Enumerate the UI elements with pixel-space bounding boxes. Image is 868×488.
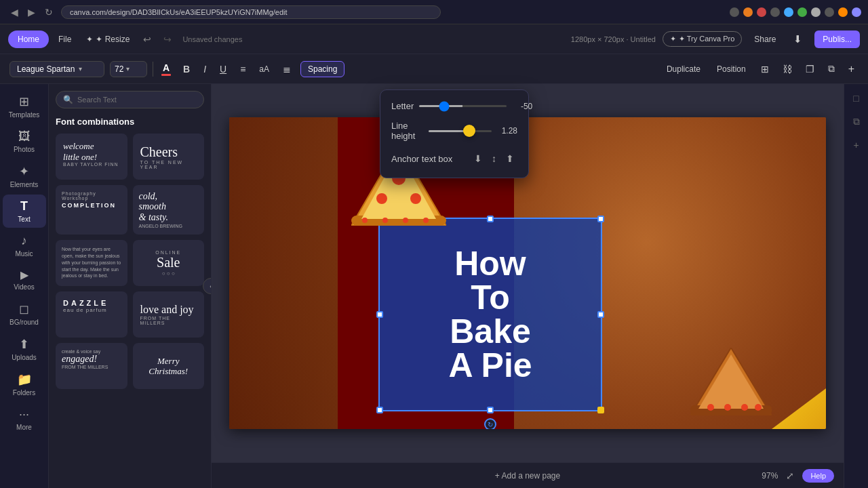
font-combo-engaged[interactable]: create & voice say engaged! FROM THE MIL… xyxy=(56,343,127,389)
download-button[interactable]: ⬇ xyxy=(788,30,808,49)
svg-point-4 xyxy=(376,193,387,204)
bold-button[interactable]: B xyxy=(179,61,194,77)
panel-title: Font combinations xyxy=(56,117,204,127)
right-panel-btn-2[interactable]: ⧉ xyxy=(850,113,863,131)
try-pro-button[interactable]: ✦ ✦ Try Canva Pro xyxy=(663,31,742,47)
font-combo-lovejoy[interactable]: love and joy FROM THE MILLERS xyxy=(133,291,205,338)
sidebar-item-more[interactable]: ··· More xyxy=(3,403,46,436)
undo-button[interactable]: ↩ xyxy=(139,31,155,47)
unsaved-indicator: Unsaved changes xyxy=(182,35,242,43)
redo-button[interactable]: ↪ xyxy=(159,31,176,47)
handle-top-right[interactable] xyxy=(597,216,604,222)
handle-middle-right[interactable] xyxy=(597,311,604,318)
more-options-btn[interactable]: + xyxy=(844,60,859,78)
font-combo-sale[interactable]: ONLINE Sale ○ ○ ○ xyxy=(133,240,205,286)
text-icon: T xyxy=(20,199,28,214)
elements-icon: ✦ xyxy=(19,164,29,179)
sidebar-item-templates[interactable]: ⊞ Templates xyxy=(3,89,46,123)
font-combo-cold[interactable]: cold,smooth& tasty. ANGELO BREWING xyxy=(133,185,205,235)
link-btn[interactable]: ⛓ xyxy=(778,61,796,77)
list-button[interactable]: ≣ xyxy=(279,61,295,77)
add-page-button[interactable]: + Add a new page xyxy=(495,471,560,481)
case-button[interactable]: aA xyxy=(255,62,273,77)
spacing-button[interactable]: Spacing xyxy=(300,61,344,77)
search-input[interactable] xyxy=(77,96,197,104)
text-line-1: How xyxy=(454,247,526,281)
file-button[interactable]: File xyxy=(53,31,77,47)
copy-style-btn[interactable]: ❐ xyxy=(802,61,818,77)
elements-label: Elements xyxy=(10,181,39,188)
letter-spacing-slider[interactable] xyxy=(419,105,507,107)
toolbar-divider-1 xyxy=(153,62,153,77)
home-button[interactable]: Home xyxy=(8,30,49,48)
line-height-value: 1.28 xyxy=(497,126,517,136)
share-button[interactable]: Share xyxy=(749,31,781,47)
underline-button[interactable]: U xyxy=(216,61,231,77)
folders-label: Folders xyxy=(13,389,35,396)
align-button[interactable]: ≡ xyxy=(236,61,250,77)
text-line-2: To xyxy=(471,281,509,314)
font-combo-welcome[interactable]: welcomelittle one! BABY TAYLOR FINN xyxy=(56,134,127,180)
anchor-bottom-icon[interactable]: ⬇ xyxy=(471,150,486,167)
formatting-toolbar: League Spartan ▾ 72 ▾ A B I U ≡ aA ≣ Spa… xyxy=(0,54,868,84)
resize-label: ✦ Resize xyxy=(96,35,130,44)
right-panel-btn-1[interactable]: □ xyxy=(850,89,862,107)
resize-button[interactable]: ✦ ✦ Resize xyxy=(81,31,135,47)
sidebar-item-photos[interactable]: 🖼 Photos xyxy=(3,125,46,158)
svg-marker-12 xyxy=(698,354,764,409)
font-size-selector[interactable]: 72 ▾ xyxy=(110,61,147,77)
handle-bottom-right[interactable] xyxy=(597,407,604,413)
sidebar-item-folders[interactable]: 📁 Folders xyxy=(3,367,46,401)
help-button[interactable]: Help xyxy=(802,469,834,483)
address-bar[interactable] xyxy=(61,5,441,19)
anchor-center-icon[interactable]: ↕ xyxy=(488,150,500,167)
color-indicator xyxy=(161,74,171,76)
merry-text: MerryChristmas! xyxy=(149,356,188,377)
lovejoy-text: love and joy xyxy=(140,304,197,316)
sidebar-item-elements[interactable]: ✦ Elements xyxy=(3,159,46,193)
sidebar-item-uploads[interactable]: ⬆ Uploads xyxy=(3,332,46,366)
right-panel-btn-3[interactable]: + xyxy=(850,136,862,154)
font-combo-completion[interactable]: Photography Workshop COMPLETION xyxy=(56,185,127,235)
fullscreen-button[interactable]: ⤢ xyxy=(783,469,797,483)
handle-middle-left[interactable] xyxy=(376,311,383,318)
forward-btn[interactable]: ▶ xyxy=(24,5,39,19)
align-options-btn[interactable]: ⊞ xyxy=(757,61,773,77)
sidebar-item-videos[interactable]: ▶ Videos xyxy=(3,264,46,296)
font-combo-dazzle[interactable]: DAZZLE eau de parfum xyxy=(56,291,127,338)
text-element[interactable]: ↻ How To Bake A Pie xyxy=(378,218,602,411)
font-combo-merry[interactable]: MerryChristmas! xyxy=(133,343,205,389)
svg-point-6 xyxy=(362,218,368,223)
italic-button[interactable]: I xyxy=(199,61,210,77)
rotate-handle[interactable]: ↻ xyxy=(484,418,496,429)
position-button[interactable]: Position xyxy=(711,62,751,77)
videos-icon: ▶ xyxy=(20,268,28,281)
line-height-slider-thumb[interactable] xyxy=(463,125,475,137)
search-box[interactable]: 🔍 xyxy=(56,91,204,108)
handle-bottom-center[interactable] xyxy=(487,407,494,413)
sidebar-item-text[interactable]: T Text xyxy=(3,195,46,228)
letter-spacing-row: Letter -50 xyxy=(391,101,517,111)
toolbar-right-section: Duplicate Position ⊞ ⛓ ❐ ⧉ + xyxy=(661,60,859,78)
canva-header: Home File ✦ ✦ Resize ↩ ↪ Unsaved changes… xyxy=(0,24,868,54)
background-label: BG/round xyxy=(9,319,39,326)
anchor-label: Anchor text box xyxy=(391,154,465,164)
anchor-top-icon[interactable]: ⬆ xyxy=(502,150,517,167)
sale-text: Sale xyxy=(157,255,180,270)
handle-bottom-left[interactable] xyxy=(376,407,383,413)
handle-top-center[interactable] xyxy=(487,216,494,222)
pie-slice-element[interactable] xyxy=(690,348,772,415)
publish-button[interactable]: Publis... xyxy=(814,30,860,48)
sidebar-item-background[interactable]: ◻ BG/round xyxy=(3,297,46,331)
font-selector[interactable]: League Spartan ▾ xyxy=(9,61,104,77)
text-color-button[interactable]: A xyxy=(159,60,174,79)
font-combo-paragraph[interactable]: Now that your eyes are open, make the su… xyxy=(56,240,127,286)
spacing-popup: Letter -50 Line height 1.28 Anchor text … xyxy=(380,89,529,178)
font-combo-cheers[interactable]: Cheers TO THE NEW YEAR xyxy=(133,134,205,180)
copy-btn[interactable]: ⧉ xyxy=(824,60,839,77)
sidebar-item-music[interactable]: ♪ Music xyxy=(3,229,46,262)
reload-btn[interactable]: ↻ xyxy=(41,5,57,19)
duplicate-button[interactable]: Duplicate xyxy=(661,62,706,77)
canvas-text-content: How To Bake A Pie xyxy=(380,219,601,410)
back-btn[interactable]: ◀ xyxy=(7,5,22,19)
